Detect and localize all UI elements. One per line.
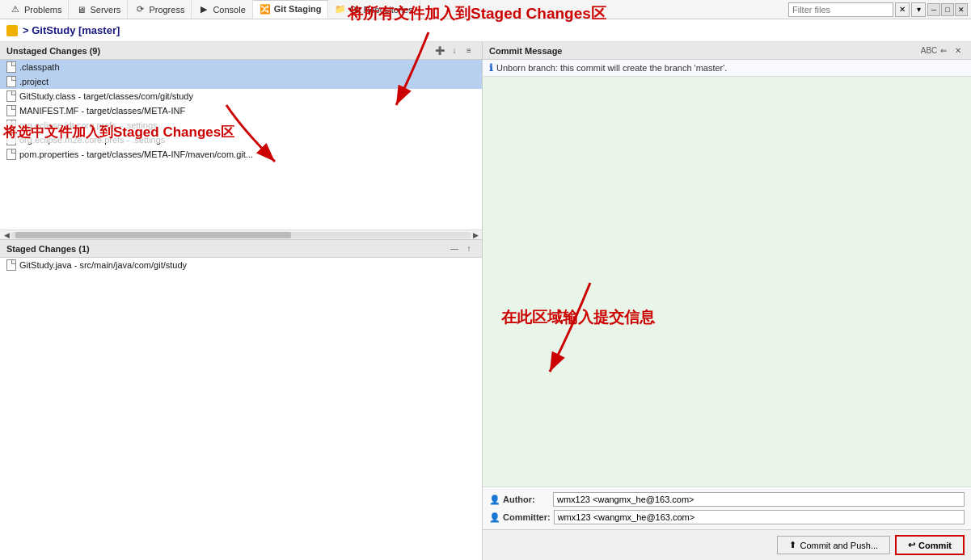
commit-message-title: Commit Message [489,46,562,56]
table-row[interactable]: .project [0,74,482,89]
horizontal-scrollbar[interactable]: ◀ ▶ [0,229,482,239]
unstaged-file-list[interactable]: .classpath .project GitStudy.class - tar… [0,60,482,229]
tab-problems[interactable]: ⚠ Problems [3,0,69,19]
scroll-track [11,232,471,238]
console-icon: ▶ [198,4,209,15]
info-icon: ℹ [489,62,493,74]
filter-input[interactable] [788,2,893,17]
file-name: MANIFEST.MF - target/classes/META-INF [19,106,185,116]
author-icon: 👤 [489,495,500,505]
spell-check-button[interactable]: ABC [922,44,935,57]
progress-icon: ⟳ [134,4,146,15]
table-row[interactable]: pom.properties - target/classes/META-INF… [0,147,482,162]
committer-row: 👤 Committer: [489,508,965,526]
table-row[interactable]: GitStudy.class - target/classes/com/git/… [0,89,482,103]
remove-selected-staged-button[interactable]: ↑ [462,242,475,255]
file-name: org.eclipse.jdt.core.prefs - .settings [19,120,158,130]
table-row[interactable]: MANIFEST.MF - target/classes/META-INF [0,103,482,118]
project-icon [6,25,18,36]
main-content: Unstaged Changes (9) ➕ ↓ ≡ .classpath .p… [0,42,971,560]
meta-section: 👤 Author: 👤 Committer: [483,486,971,529]
file-icon [6,134,16,145]
close-button[interactable]: ✕ [955,3,968,16]
commit-message-textarea[interactable] [483,77,971,486]
file-icon [6,259,16,271]
scroll-thumb [15,232,291,238]
table-row[interactable]: org.eclipse.jdt.core.prefs - .settings [0,118,482,133]
file-icon [6,149,16,160]
filter-box: ✕ ▾ [788,2,926,17]
add-all-staged-button[interactable]: ➕ [433,44,446,57]
file-icon [6,61,16,73]
committer-icon: 👤 [489,512,500,523]
file-name: .project [19,77,49,86]
info-text: Unborn branch: this commit will create t… [496,63,727,73]
table-row[interactable]: GitStudy.java - src/main/java/com/git/st… [0,258,482,272]
scroll-right-arrow[interactable]: ▶ [471,230,480,240]
commit-icon: ↩ [908,540,915,550]
unstaged-menu-button[interactable]: ≡ [462,44,475,57]
file-name: pom.properties - target/classes/META-INF… [19,149,253,159]
tab-servers[interactable]: 🖥 Servers [69,0,128,19]
committer-label: 👤 Committer: [489,512,551,523]
action-bar: ⬆ Commit and Push... ↩ Commit [483,529,971,560]
author-row: 👤 Author: [489,491,965,508]
page-title: > GitStudy [master] [23,24,120,36]
wrap-button[interactable]: ⇐ [937,44,950,57]
commit-message-header: Commit Message ABC ⇐ ✕ [483,42,971,60]
unstaged-section: Unstaged Changes (9) ➕ ↓ ≡ .classpath .p… [0,42,482,240]
staged-header: Staged Changes (1) — ↑ [0,240,482,258]
minimize-button[interactable]: ─ [927,3,940,16]
file-name: GitStudy.class - target/classes/com/git/… [19,91,193,101]
staged-file-list[interactable]: GitStudy.java - src/main/java/com/git/st… [0,258,482,560]
commit-push-icon: ⬆ [789,540,796,550]
remove-all-staged-button[interactable]: — [448,242,461,255]
unstaged-header: Unstaged Changes (9) ➕ ↓ ≡ [0,42,482,60]
add-selected-staged-button[interactable]: ↓ [448,44,461,57]
toolbar-btn-1[interactable]: ▾ [911,2,926,17]
staged-actions: — ↑ [448,242,475,255]
table-row[interactable]: org.eclipse.m2e.core.prefs - .settings [0,133,482,147]
tab-git-staging[interactable]: 🔀 Git Staging [253,0,329,19]
git-staging-icon: 🔀 [260,3,271,15]
commit-msg-actions: ABC ⇐ ✕ [922,44,965,57]
tab-bar: ⚠ Problems 🖥 Servers ⟳ Progress ▶ Consol… [0,0,971,19]
left-panel: Unstaged Changes (9) ➕ ↓ ≡ .classpath .p… [0,42,483,560]
committer-input[interactable] [554,510,965,524]
staged-title: Staged Changes (1) [6,244,90,254]
servers-icon: 🖥 [75,4,87,15]
file-icon [6,91,16,102]
commit-and-push-button[interactable]: ⬆ Commit and Push... [777,536,890,554]
maximize-button[interactable]: □ [941,3,954,16]
author-input[interactable] [553,492,965,507]
window-controls: ─ □ ✕ [927,3,968,16]
staged-section: Staged Changes (1) — ↑ GitStudy.java - s… [0,240,482,560]
author-label: 👤 Author: [489,495,550,505]
unstaged-title: Unstaged Changes (9) [6,46,100,56]
problems-icon: ⚠ [10,4,21,15]
unstaged-actions: ➕ ↓ ≡ [433,44,475,57]
scroll-left-arrow[interactable]: ◀ [2,230,11,240]
table-row[interactable]: .classpath [0,60,482,74]
tab-progress[interactable]: ⟳ Progress [128,0,192,19]
commit-msg-menu-button[interactable]: ✕ [952,44,965,57]
title-bar: > GitStudy [master] [0,19,971,42]
file-icon [6,76,16,87]
commit-button[interactable]: ↩ Commit [895,535,965,555]
tab-git-repos[interactable]: 📁 Git Repositories [328,0,420,19]
right-panel: Commit Message ABC ⇐ ✕ ℹ Unborn branch: … [483,42,971,560]
info-bar: ℹ Unborn branch: this commit will create… [483,60,971,77]
file-icon [6,120,16,131]
file-name: org.eclipse.m2e.core.prefs - .settings [19,135,165,145]
tab-console[interactable]: ▶ Console [192,0,252,19]
staged-file-name: GitStudy.java - src/main/java/com/git/st… [19,260,187,270]
file-icon [6,105,16,116]
filter-clear-button[interactable]: ✕ [895,2,910,17]
git-repos-icon: 📁 [335,4,346,15]
file-name: .classpath [19,62,60,72]
